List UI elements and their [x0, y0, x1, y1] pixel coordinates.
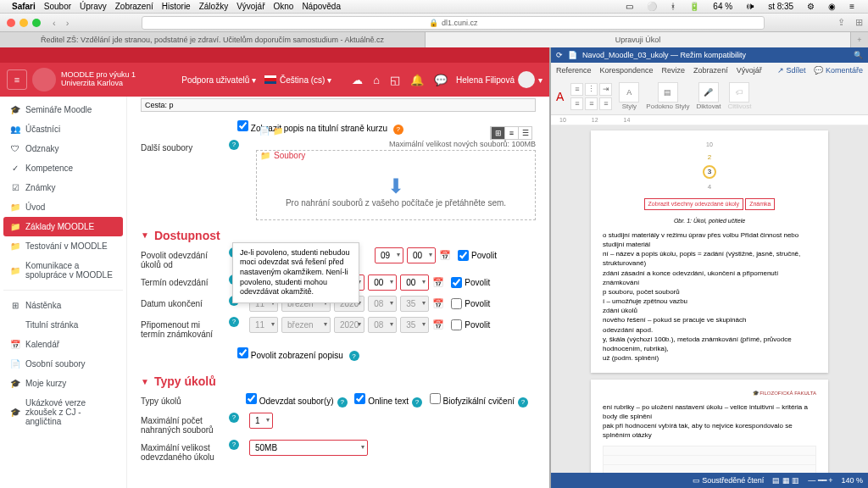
help-icon[interactable]: ? [229, 317, 239, 327]
zoom-level[interactable]: 140 % [841, 476, 863, 485]
type-online-checkbox[interactable] [354, 393, 365, 404]
menu-help[interactable]: Nápověda [302, 2, 341, 11]
cloud-icon[interactable]: ☁ [352, 74, 363, 86]
help-icon[interactable]: ? [337, 397, 348, 408]
view-buttons[interactable]: ▤ ▦ ▥ [772, 476, 799, 485]
type-file-checkbox[interactable] [246, 393, 257, 404]
menu-history[interactable]: Historie [162, 2, 191, 11]
menu-window[interactable]: Okno [273, 2, 293, 11]
menu-view[interactable]: Zobrazení [115, 2, 153, 11]
align-center-icon[interactable]: ≡ [585, 97, 598, 110]
sidebar-item-kompetence[interactable]: ✓Kompetence [3, 158, 123, 178]
sidebar-item-zaklady[interactable]: 📁Základy MOODLE [3, 217, 123, 236]
calendar-icon[interactable]: 📅 [439, 250, 451, 261]
help-icon[interactable]: ? [349, 351, 359, 361]
align-left-icon[interactable]: ≡ [570, 97, 583, 110]
support-link[interactable]: Podpora uživatelů ▾ [181, 75, 256, 85]
align-right-icon[interactable]: ≡ [599, 97, 612, 110]
sidebar-item-uvod[interactable]: 📁Úvod [3, 197, 123, 217]
search-icon[interactable]: 🔍 [854, 51, 863, 59]
dictate-button[interactable]: 🎤 [698, 82, 719, 103]
tab-revize[interactable]: Revize [662, 66, 686, 75]
hamburger-button[interactable]: ≡ [7, 69, 27, 90]
battery-icon[interactable]: 🔋 [689, 2, 699, 11]
wifi-icon[interactable]: ⚪ [647, 2, 657, 11]
sidebar-item-kalendar[interactable]: 📅Kalendář [3, 335, 123, 354]
enable-checkbox[interactable] [458, 250, 469, 261]
calendar-icon[interactable]: 📅 [432, 277, 444, 288]
max-files-select[interactable]: 1 [249, 413, 273, 429]
numbering-icon[interactable]: ⋮ [585, 83, 598, 96]
font-color-icon[interactable]: A [556, 90, 564, 103]
styles-pane-button[interactable]: ▤ [658, 82, 678, 103]
hour-select[interactable]: 09 [375, 247, 403, 263]
sidebar-item-ucastnici[interactable]: 👥Účastníci [3, 119, 123, 139]
menu-file[interactable]: Soubor [44, 2, 71, 11]
help-icon[interactable]: ? [518, 397, 528, 408]
sidebar-item-nastenka[interactable]: ⊞Nástěnka [3, 296, 123, 315]
app-name[interactable]: Safari [12, 2, 36, 11]
new-tab-button[interactable]: + [851, 32, 868, 47]
menu-bookmarks[interactable]: Záložky [199, 2, 228, 11]
document-area[interactable]: 10 2 3 4 Zobrazit všechny odevzdané úkol… [551, 125, 868, 473]
spotlight-icon[interactable]: ⚙ [807, 2, 815, 11]
tab-2[interactable]: Upravuji Úkol [426, 32, 851, 47]
bullets-icon[interactable]: ≡ [570, 83, 583, 96]
lang-menu[interactable]: Čeština (cs) ▾ [280, 75, 331, 85]
bell-icon[interactable]: 🔔 [410, 74, 424, 86]
sidebar-item-komunikace[interactable]: 📁Komunikace a spolupráce v MOODLE [3, 256, 123, 285]
autosave-icon[interactable]: ⟳ [556, 51, 563, 59]
enable-checkbox[interactable] [451, 319, 462, 330]
menu-edit[interactable]: Úpravy [80, 2, 107, 11]
menu-develop[interactable]: Vývojář [236, 2, 264, 11]
home-icon[interactable]: ⌂ [373, 74, 380, 86]
help-icon[interactable]: ? [229, 140, 239, 150]
type-bio-checkbox[interactable] [430, 393, 441, 404]
tabs-button[interactable]: ⊞ [855, 17, 863, 28]
show-desc-checkbox[interactable] [237, 120, 248, 131]
section-types[interactable]: ▼Typy úkolů [141, 374, 536, 388]
share-button[interactable]: ⇪ [837, 17, 845, 28]
add-file-icon[interactable]: 📄 [259, 126, 270, 140]
volume-icon[interactable]: 🕪 [746, 2, 754, 11]
bt-icon[interactable]: ᚼ [670, 2, 676, 11]
tab-reference[interactable]: Reference [556, 66, 592, 75]
address-bar[interactable]: 🔒 dl1.cuni.cz [142, 16, 765, 30]
show-desc2-checkbox[interactable] [237, 347, 248, 358]
notif-icon[interactable]: ≡ [849, 2, 854, 11]
airplay-icon[interactable]: ▭ [626, 2, 633, 11]
comments-button[interactable]: 💬 Komentáře [814, 66, 863, 75]
sidebar-item-testovani[interactable]: 📁Testování v MOODLE [3, 236, 123, 256]
section-availability[interactable]: ▼Dostupnost [141, 229, 536, 242]
ruler[interactable]: 101214 [551, 115, 868, 125]
sidebar-item-odznaky[interactable]: 🛡Odznaky [3, 139, 123, 158]
zoom-slider[interactable]: — ━━ + [808, 476, 832, 485]
view-grid-icon[interactable]: ⊞ [491, 127, 504, 139]
user-menu[interactable]: Helena Filipová▾ [456, 71, 542, 88]
tab-koresp[interactable]: Korespondence [600, 66, 654, 75]
sidebar-item-cj[interactable]: 🎓Ukázkové verze zkoušek z CJ - angličtin… [3, 393, 123, 431]
help-icon[interactable]: ? [229, 413, 239, 423]
sidebar-item-seminare[interactable]: 🎓Semináře Moodle [3, 100, 123, 119]
dashboard-icon[interactable]: ◱ [390, 74, 400, 86]
back-button[interactable]: ‹ [53, 18, 56, 28]
focus-mode[interactable]: ▭ Soustředěné čtení [693, 476, 765, 485]
help-icon[interactable]: ? [412, 397, 422, 408]
min-select[interactable]: 00 [407, 247, 436, 263]
folder-name[interactable]: Soubory [274, 151, 305, 160]
sidebar-item-znamky[interactable]: ☑Známky [3, 178, 123, 197]
view-tree-icon[interactable]: ☰ [518, 127, 531, 139]
min-select[interactable]: 00 [400, 274, 429, 291]
file-drop-zone[interactable]: 📁Soubory ⬇ Pro nahrání souborů z vašeho … [256, 150, 536, 220]
enable-checkbox[interactable] [451, 298, 462, 309]
tab-zobrazeni[interactable]: Zobrazení [693, 66, 728, 75]
max-filesize-select[interactable]: 50MB [249, 440, 368, 456]
chat-icon[interactable]: 💬 [434, 74, 448, 86]
sidebar-item-kurzy[interactable]: 🎓Moje kurzy [3, 374, 123, 393]
view-list-icon[interactable]: ≡ [504, 127, 518, 139]
window-controls[interactable] [0, 19, 47, 27]
clock[interactable]: st 8:35 [768, 2, 793, 11]
add-folder-icon[interactable]: 📁 [273, 126, 283, 140]
styles-button[interactable]: A [619, 82, 639, 103]
indent-icon[interactable]: ⇥ [599, 83, 612, 96]
